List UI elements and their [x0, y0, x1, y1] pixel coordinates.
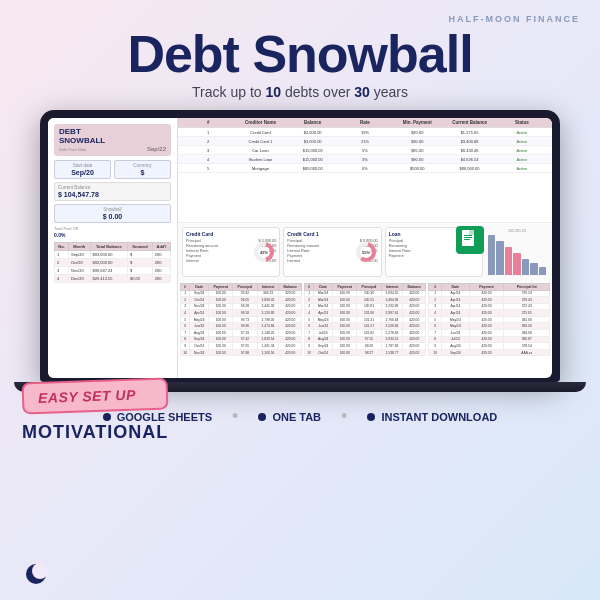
table-row: 3Apr/24420.00372.43 [429, 303, 550, 310]
donut-chart-2: 55% [355, 241, 377, 263]
sheet-bottom-tables: #DatePaymentPrincipalInterestBalance 1Se… [178, 281, 552, 379]
loan-card: Loan Principal$ 8, Remaining$ 4, Interes… [385, 227, 483, 277]
svg-text:55%: 55% [362, 250, 370, 255]
table-row: 9Sep/24160.0098.001,787.83420.00 [305, 343, 426, 350]
laptop-screen: DEBTSNOWBALL Debt Free Date Sep/22 Start… [48, 118, 552, 378]
table-row: 1Apr/24420.00376.24 [429, 290, 550, 297]
table-row: 10Nov/24100.0097.881,160.56420.00 [181, 349, 302, 356]
table-row: 1 Credit Card $2,000.00 19% $20.00 $1,27… [178, 128, 552, 137]
table-row: 6Jun/24160.00101.572,520.82420.00 [305, 323, 426, 330]
table-row: 5May/24420.00382.00 [429, 316, 550, 323]
table-row: 2 Credit Card 1 $3,000.00 21% $30.00 $3,… [178, 137, 552, 146]
page: HALF-MOON FINANCE Debt Snowball Track up… [0, 0, 600, 600]
table-row: 10Oct/24160.0098.271,538.77420.00 [305, 349, 426, 356]
bar [530, 263, 537, 275]
table-row: 8Aug/24160.0097.552,034.51420.00 [305, 336, 426, 343]
credit-card-2: Credit Card 1 Principal$ 3,000.00 Remain… [283, 227, 381, 277]
table-row: 1Sep/24100.0095.82346.23420.00 [181, 290, 302, 297]
svg-text:42%: 42% [260, 250, 268, 255]
table-row: 4Apr/24160.00101.062,997.41420.00 [305, 310, 426, 317]
sheets-svg [461, 230, 479, 250]
table-row: 8Sep/24100.0097.421,820.54420.00 [181, 336, 302, 343]
laptop-body: DEBTSNOWBALL Debt Free Date Sep/22 Start… [40, 110, 560, 382]
spreadsheet: DEBTSNOWBALL Debt Free Date Sep/22 Start… [48, 118, 552, 378]
creditor-table-header: # Creditor Name Balance Rate Min. Paymen… [178, 118, 552, 128]
headline: Debt Snowball Track up to 10 debts over … [127, 28, 472, 100]
donut-chart-1: 42% [253, 241, 275, 263]
separator-1: • [232, 406, 238, 427]
table-row: 7Jun/24420.00384.98 [429, 330, 550, 337]
summary-table: No. Month Total Balance Snowed Add'l 1 [54, 242, 171, 283]
side-badges: EASY SET UP MOTIVATIONAL [22, 380, 168, 445]
table-row: 4Apr/24420.00375.65 [429, 310, 550, 317]
table-row: 3 Car Loan $15,000.00 5% $95.00 $9,430.4… [178, 146, 552, 155]
svg-rect-7 [469, 230, 474, 235]
table-row: 9Oct/24100.0097.651,491.34420.00 [181, 343, 302, 350]
feature-instant-download: INSTANT DOWNLOAD [367, 411, 497, 423]
detail-table-1: #DatePaymentPrincipalInterestBalance 1Se… [180, 283, 302, 357]
svg-point-12 [32, 563, 48, 579]
table-row: 5 Mortgage $89,000.00 6% $500.00 $86,060… [178, 164, 552, 173]
table-row: 2Oct/24100.0096.053,890.02420.00 [181, 297, 302, 304]
sheet-main-panel: # Creditor Name Balance Rate Min. Paymen… [178, 118, 552, 378]
table-row: 1Mar/24160.00100.303,694.55420.00 [305, 290, 426, 297]
bar [488, 235, 495, 275]
bar [505, 247, 512, 275]
table-row: 2 Oct/20 $92,000.00 $ 200 [55, 258, 171, 266]
table-row: 3 Nov/20 $90,647.24 $ 200 [55, 266, 171, 274]
table-row: 8Jul/24420.00380.87 [429, 336, 550, 343]
table-row: 3Mar/24160.00100.813,232.89420.00 [305, 303, 426, 310]
svg-rect-10 [464, 239, 470, 240]
bar [522, 259, 529, 275]
laptop-mockup: DEBTSNOWBALL Debt Free Date Sep/22 Start… [40, 110, 560, 392]
separator-2: • [341, 406, 347, 427]
table-row: 9Aug/24420.00378.54 [429, 343, 550, 350]
table-row: 5May/24160.00101.312,760.44420.00 [305, 316, 426, 323]
moon-icon [24, 562, 48, 586]
bar [513, 253, 520, 275]
table-row: 1 Sep/20 $93,000.00 $ 200 [55, 250, 171, 258]
table-row: 10Sep/24420.00AAA.xx [429, 349, 550, 356]
main-title: Debt Snowball [127, 28, 472, 80]
table-row: 4Apr/24100.0096.503,120.80420.00 [181, 310, 302, 317]
credit-card-1: Credit Card Principal$ 3,000.00 Remainin… [182, 227, 280, 277]
table-row: 4 Dec/20 $26,413.55 $0.00 200 [55, 274, 171, 282]
start-currency-row: Start date Sep/20 Currency $ [54, 160, 171, 179]
debt-cards-row: Credit Card Principal$ 3,000.00 Remainin… [178, 222, 552, 281]
table-row: 7Aug/24100.0097.192,148.20420.00 [181, 330, 302, 337]
bar-chart: 125,391.33 [486, 227, 548, 277]
bar [539, 267, 546, 275]
brand-label: HALF-MOON FINANCE [449, 14, 581, 24]
table-row: 7Jul/24160.00101.822,278.83420.00 [305, 330, 426, 337]
table-row: 3Nov/24100.0096.283,441.30420.00 [181, 303, 302, 310]
feature-one-tab: ONE TAB [258, 411, 321, 423]
motivational-badge: MOTIVATIONAL [22, 420, 168, 445]
table-row: 4 Student Loan $15,000.00 3% $90.00 $4,6… [178, 155, 552, 164]
table-row: 5May/24100.0096.732,798.00420.00 [181, 316, 302, 323]
current-balance-box: Current Balance $ 104,547.78 [54, 182, 171, 201]
detail-table-3: #DatePaymentPrincipal Int 1Apr/24420.003… [428, 283, 550, 357]
bar [496, 241, 503, 275]
bold-30: 30 [354, 84, 370, 100]
detail-table-2: #DatePaymentPrincipalInterestBalance 1Ma… [304, 283, 426, 357]
google-sheets-icon [456, 226, 484, 254]
sheet-left-panel: DEBTSNOWBALL Debt Free Date Sep/22 Start… [48, 118, 178, 378]
table-row: 2Apr/24420.00370.43 [429, 297, 550, 304]
easy-setup-badge: EASY SET UP [21, 377, 168, 414]
table-row: 6May/24420.00383.56 [429, 323, 550, 330]
table-row: 2Mar/24160.00100.553,464.96420.00 [305, 297, 426, 304]
bullet-icon [367, 413, 375, 421]
subtitle: Track up to 10 debts over 30 years [127, 84, 472, 100]
svg-rect-9 [464, 237, 472, 238]
bullet-icon [258, 413, 266, 421]
creditor-data-rows: 1 Credit Card $2,000.00 19% $20.00 $1,27… [178, 128, 552, 222]
sheet-title-block: DEBTSNOWBALL Debt Free Date Sep/22 [54, 124, 171, 156]
table-row: 6Jun/24100.0096.962,473.84420.00 [181, 323, 302, 330]
bold-10: 10 [265, 84, 281, 100]
svg-rect-8 [464, 235, 472, 236]
